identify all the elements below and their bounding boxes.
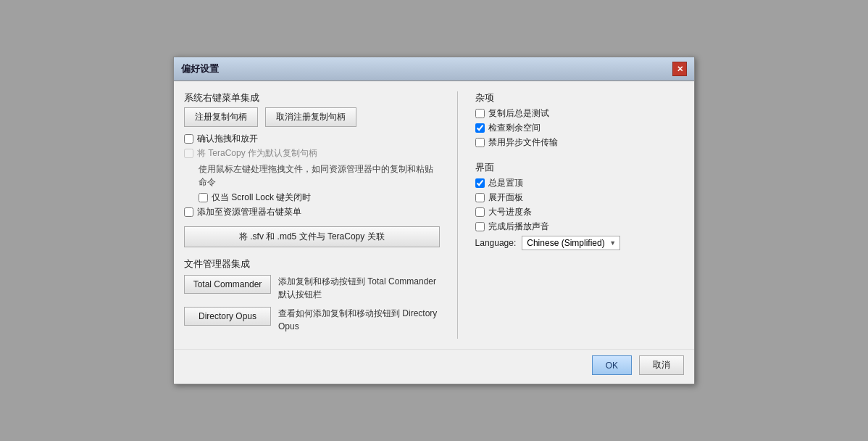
scroll-lock-checkbox[interactable]	[199, 193, 208, 202]
file-manager-title: 文件管理器集成	[184, 257, 440, 271]
confirm-drag-label: 确认拖拽和放开	[197, 133, 258, 145]
expand-panel-checkbox[interactable]	[475, 193, 485, 202]
misc-section: 杂项 复制后总是测试 检查剩余空间 禁用异步文件传输	[475, 91, 684, 151]
large-progress-row: 大号进度条	[475, 206, 684, 218]
check-space-checkbox[interactable]	[475, 123, 485, 133]
close-button[interactable]: ✕	[672, 62, 687, 76]
always-top-label: 总是置顶	[488, 177, 523, 189]
ui-section: 界面 总是置顶 展开面板 大号进度条 完成后播放声音	[475, 161, 684, 250]
left-panel: 系统右键菜单集成 注册复制句柄 取消注册复制句柄 确认拖拽和放开 将 TeraC…	[184, 91, 440, 339]
language-select[interactable]: Chinese (Simplified) English German Fren…	[522, 236, 620, 250]
play-sound-checkbox[interactable]	[475, 222, 485, 231]
language-row: Language: Chinese (Simplified) English G…	[475, 236, 684, 250]
info-text: 使用鼠标左键处理拖拽文件，如同资源管理器中的复制和粘贴命令	[199, 162, 440, 189]
directory-opus-desc: 查看如何添加复制和移动按钮到 Directory Opus	[278, 307, 440, 333]
set-default-row: 将 TeraCopy 作为默认复制句柄	[184, 147, 440, 160]
set-default-label: 将 TeraCopy 作为默认复制句柄	[197, 147, 317, 160]
disable-async-row: 禁用异步文件传输	[475, 136, 684, 149]
check-space-label: 检查剩余空间	[488, 122, 541, 134]
dialog-title: 偏好设置	[181, 62, 219, 75]
directory-opus-row: Directory Opus 查看如何添加复制和移动按钮到 Directory …	[184, 307, 440, 333]
play-sound-row: 完成后播放声音	[475, 220, 684, 233]
title-bar: 偏好设置 ✕	[174, 57, 694, 81]
add-context-row: 添加至资源管理器右键菜单	[184, 206, 440, 218]
dialog-footer: OK 取消	[174, 349, 694, 384]
misc-title: 杂项	[475, 91, 684, 104]
context-menu-section: 系统右键菜单集成 注册复制句柄 取消注册复制句柄 确认拖拽和放开 将 TeraC…	[184, 91, 440, 247]
expand-panel-label: 展开面板	[488, 191, 523, 204]
unregister-button[interactable]: 取消注册复制句柄	[265, 107, 356, 127]
add-context-label: 添加至资源管理器右键菜单	[197, 206, 301, 218]
add-context-checkbox[interactable]	[184, 207, 193, 217]
ui-title: 界面	[475, 161, 684, 174]
expand-panel-row: 展开面板	[475, 191, 684, 204]
ok-button[interactable]: OK	[592, 355, 632, 375]
large-progress-checkbox[interactable]	[475, 207, 485, 217]
copy-test-checkbox[interactable]	[475, 109, 485, 118]
cancel-button[interactable]: 取消	[639, 355, 684, 375]
language-label: Language:	[475, 238, 517, 248]
language-select-wrapper: Chinese (Simplified) English German Fren…	[522, 236, 620, 250]
large-progress-label: 大号进度条	[488, 206, 532, 218]
register-btn-row: 注册复制句柄 取消注册复制句柄	[184, 107, 440, 127]
file-manager-section: 文件管理器集成 Total Commander 添加复制和移动按钮到 Total…	[184, 257, 440, 339]
scroll-lock-label: 仅当 Scroll Lock 键关闭时	[212, 191, 311, 204]
directory-opus-button[interactable]: Directory Opus	[184, 307, 271, 326]
confirm-drag-checkbox[interactable]	[184, 134, 193, 144]
total-commander-row: Total Commander 添加复制和移动按钮到 Total Command…	[184, 275, 440, 301]
panel-separator	[457, 91, 458, 339]
play-sound-label: 完成后播放声音	[488, 220, 549, 233]
total-commander-desc: 添加复制和移动按钮到 Total Commander 默认按钮栏	[278, 275, 440, 301]
total-commander-button[interactable]: Total Commander	[184, 275, 271, 294]
right-panel: 杂项 复制后总是测试 检查剩余空间 禁用异步文件传输 界面	[475, 91, 684, 339]
confirm-drag-row: 确认拖拽和放开	[184, 133, 440, 145]
disable-async-checkbox[interactable]	[475, 138, 485, 147]
scroll-lock-row: 仅当 Scroll Lock 键关闭时	[199, 191, 440, 204]
associate-button[interactable]: 将 .sfv 和 .md5 文件与 TeraCopy 关联	[184, 226, 440, 247]
always-top-checkbox[interactable]	[475, 178, 485, 188]
set-default-checkbox[interactable]	[184, 149, 193, 158]
register-button[interactable]: 注册复制句柄	[184, 107, 258, 127]
copy-test-row: 复制后总是测试	[475, 107, 684, 120]
preferences-dialog: 偏好设置 ✕ 系统右键菜单集成 注册复制句柄 取消注册复制句柄 确认拖拽和放开 …	[173, 57, 695, 384]
disable-async-label: 禁用异步文件传输	[488, 136, 558, 149]
context-menu-title: 系统右键菜单集成	[184, 91, 440, 104]
always-top-row: 总是置顶	[475, 177, 684, 189]
dialog-body: 系统右键菜单集成 注册复制句柄 取消注册复制句柄 确认拖拽和放开 将 TeraC…	[174, 81, 694, 349]
check-space-row: 检查剩余空间	[475, 122, 684, 134]
copy-test-label: 复制后总是测试	[488, 107, 549, 120]
